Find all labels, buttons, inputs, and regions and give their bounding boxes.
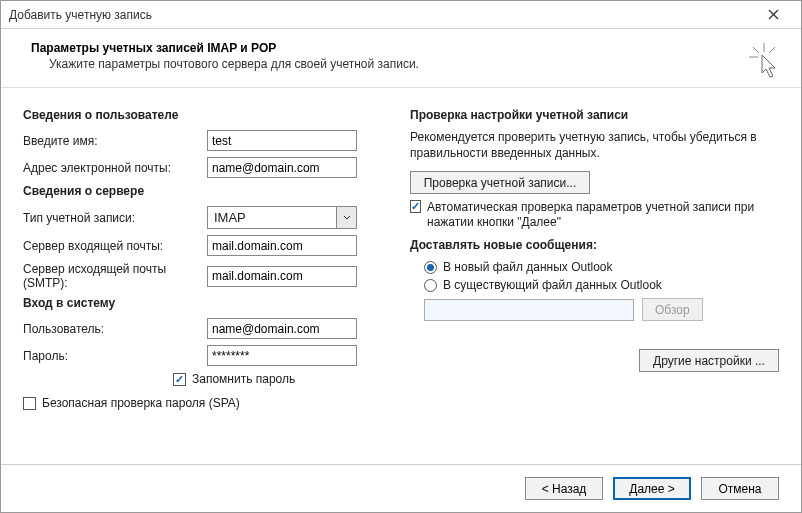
name-label: Введите имя: (23, 134, 207, 148)
remember-password-label: Запомнить пароль (192, 372, 295, 386)
existing-file-path-input (424, 299, 634, 321)
dialog-body: Сведения о пользователе Введите имя: Адр… (1, 88, 801, 464)
header-title: Параметры учетных записей IMAP и POP (31, 41, 779, 55)
chevron-down-icon (343, 215, 351, 221)
test-account-button[interactable]: Проверка учетной записи... (410, 171, 590, 194)
cancel-button[interactable]: Отмена (701, 477, 779, 500)
next-button[interactable]: Далее > (613, 477, 691, 500)
add-account-dialog: Добавить учетную запись Параметры учетны… (0, 0, 802, 513)
test-settings-section: Проверка настройки учетной записи (410, 108, 779, 122)
auto-test-label: Автоматическая проверка параметров учетн… (427, 200, 779, 230)
deliver-new-label: В новый файл данных Outlook (443, 260, 613, 274)
login-section: Вход в систему (23, 296, 392, 310)
password-label: Пароль: (23, 349, 207, 363)
svg-line-4 (769, 47, 775, 53)
account-type-value: IMAP (208, 210, 336, 225)
back-button[interactable]: < Назад (525, 477, 603, 500)
auto-test-checkbox[interactable] (410, 200, 421, 213)
test-settings-desc: Рекомендуется проверить учетную запись, … (410, 130, 779, 161)
username-input[interactable] (207, 318, 357, 339)
dialog-footer: < Назад Далее > Отмена (1, 464, 801, 512)
incoming-server-input[interactable] (207, 235, 357, 256)
outgoing-server-label: Сервер исходящей почты (SMTP): (23, 262, 207, 290)
email-label: Адрес электронной почты: (23, 161, 207, 175)
cursor-star-icon (749, 43, 779, 79)
deliver-existing-radio[interactable] (424, 279, 437, 292)
svg-line-3 (753, 47, 759, 53)
remember-password-checkbox[interactable] (173, 373, 186, 386)
account-type-label: Тип учетной записи: (23, 211, 207, 225)
window-title: Добавить учетную запись (9, 8, 152, 22)
password-input[interactable] (207, 345, 357, 366)
dialog-header: Параметры учетных записей IMAP и POP Ука… (1, 29, 801, 88)
left-column: Сведения о пользователе Введите имя: Адр… (23, 102, 392, 458)
header-subtitle: Укажите параметры почтового сервера для … (49, 57, 779, 71)
spa-label: Безопасная проверка пароля (SPA) (42, 396, 240, 410)
right-column: Проверка настройки учетной записи Рекоме… (410, 102, 779, 458)
name-input[interactable] (207, 130, 357, 151)
email-input[interactable] (207, 157, 357, 178)
titlebar: Добавить учетную запись (1, 1, 801, 29)
deliver-section: Доставлять новые сообщения: (410, 238, 779, 252)
account-type-dropdown-button[interactable] (336, 207, 356, 228)
deliver-new-radio[interactable] (424, 261, 437, 274)
outgoing-server-input[interactable] (207, 266, 357, 287)
user-info-section: Сведения о пользователе (23, 108, 392, 122)
server-info-section: Сведения о сервере (23, 184, 392, 198)
other-settings-button[interactable]: Другие настройки ... (639, 349, 779, 372)
deliver-existing-label: В существующий файл данных Outlook (443, 278, 662, 292)
incoming-server-label: Сервер входящей почты: (23, 239, 207, 253)
close-button[interactable] (753, 1, 793, 29)
spa-checkbox[interactable] (23, 397, 36, 410)
account-type-select[interactable]: IMAP (207, 206, 357, 229)
close-icon (768, 9, 779, 20)
browse-button: Обзор (642, 298, 703, 321)
username-label: Пользователь: (23, 322, 207, 336)
